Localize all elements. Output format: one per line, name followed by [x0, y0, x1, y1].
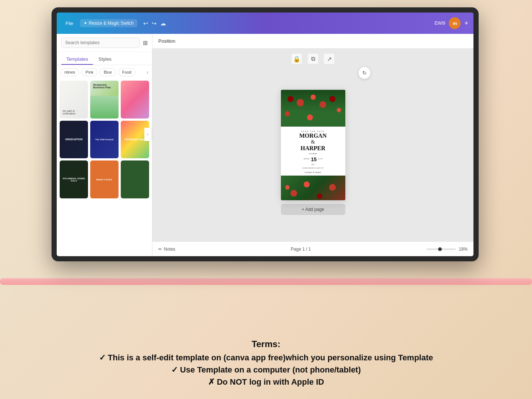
refresh-button[interactable]: ↻: [359, 67, 370, 79]
magic-wand-icon: ✦: [84, 21, 87, 26]
add-page-button[interactable]: + Add page: [281, 204, 345, 215]
page-indicator: Page 1 / 1: [291, 247, 311, 252]
canvas-main[interactable]: 🔒 ⧉ ↗: [152, 49, 473, 241]
tabs-row: Templates Styles: [57, 52, 152, 65]
cloud-icon[interactable]: ☁: [160, 20, 166, 27]
chip-valentines[interactable]: ntines: [60, 68, 79, 76]
ampersand-symbol: &: [299, 139, 327, 145]
terms-title: Terms:: [64, 339, 469, 349]
notes-button[interactable]: ✏ Notes: [158, 247, 175, 252]
card-signature: morgan & harper: [299, 171, 327, 173]
collapse-panel-button[interactable]: ‹: [144, 128, 151, 141]
left-panel: ⊞ Templates Styles ntines Pink Blue Food…: [57, 34, 152, 256]
topbar-right: EWI9 m +: [434, 17, 468, 29]
chip-food[interactable]: Food: [118, 68, 135, 76]
template-card[interactable]: the path to minimalism: [60, 81, 88, 119]
bottom-bar: ✏ Notes Page 1 / 1 18%: [152, 241, 473, 256]
main-area: ⊞ Templates Styles ntines Pink Blue Food…: [57, 34, 473, 256]
laptop-screen: File ✦ Resize & Magic Switch ↩ ↪ ☁ EWI9 …: [57, 13, 473, 256]
tab-templates[interactable]: Templates: [61, 53, 93, 65]
name2: HARPER: [299, 145, 327, 152]
zoom-controls: 18%: [426, 247, 468, 252]
lock-icon[interactable]: 🔒: [292, 54, 302, 64]
search-bar: ⊞: [57, 34, 152, 52]
template-text: Restaurant Business Plan: [93, 84, 116, 89]
template-text: the path to minimalism: [63, 110, 88, 115]
template-card[interactable]: [121, 81, 149, 119]
user-avatar[interactable]: m: [449, 17, 461, 29]
pink-bar: [0, 278, 532, 285]
notes-icon: ✏: [158, 247, 162, 252]
zoom-level: 18%: [459, 247, 468, 252]
card-month: NOVEMBER SATURDAY 15 AT 5 PM 2025 123 AN…: [299, 153, 327, 170]
laptop-frame: File ✦ Resize & Magic Switch ↩ ↪ ☁ EWI9 …: [52, 7, 479, 261]
topbar: File ✦ Resize & Magic Switch ↩ ↪ ☁ EWI9 …: [57, 13, 473, 34]
terms-item-2: ✓ Use Template on a computer (not phone/…: [64, 364, 469, 376]
undo-icon[interactable]: ↩: [143, 20, 148, 27]
template-card[interactable]: Restaurant Business Plan: [90, 81, 119, 119]
file-menu[interactable]: File: [62, 19, 77, 28]
add-button[interactable]: +: [464, 20, 468, 27]
topbar-icons: ↩ ↪ ☁: [143, 20, 166, 27]
template-text: GRADUATION: [60, 121, 88, 159]
template-card[interactable]: 5TH ANNUAL GIVING GALA: [60, 160, 88, 198]
redo-icon[interactable]: ↪: [152, 20, 156, 27]
canvas-area: Position 🔒 ⧉ ↗: [152, 34, 473, 256]
template-grid: the path to minimalism Restaurant Busine…: [57, 79, 152, 256]
template-text: 5TH ANNUAL GIVING GALA: [60, 160, 88, 198]
terms-item-1: ✓ This is a self-edit template on (canva…: [64, 352, 469, 364]
chip-pink[interactable]: Pink: [81, 68, 97, 76]
terms-item-3: ✗ Do NOT log in with Apple ID: [64, 376, 469, 388]
zoom-thumb: [438, 247, 442, 251]
template-card[interactable]: GRADUATION: [60, 121, 88, 159]
terms-section: Terms: ✓ This is a self-edit template on…: [64, 339, 469, 388]
canvas-icons-row: 🔒 ⧉ ↗: [292, 54, 334, 64]
roses-top-decoration: [281, 90, 345, 127]
card-text-area: SAVE THE DATE MORGAN & HARPER NOVEMBER S…: [296, 127, 331, 176]
template-card[interactable]: [121, 160, 149, 198]
template-card[interactable]: MAKE IT EASY.: [90, 160, 119, 198]
roses-bottom-decoration: [281, 176, 345, 200]
duplicate-icon[interactable]: ⧉: [308, 54, 318, 64]
magic-switch-button[interactable]: ✦ Resize & Magic Switch: [80, 19, 137, 27]
search-input[interactable]: [61, 38, 140, 48]
chip-blue[interactable]: Blue: [100, 68, 116, 76]
position-label: Position: [158, 38, 175, 44]
tab-styles[interactable]: Styles: [93, 53, 116, 65]
template-text: The Chili Festival: [90, 121, 119, 159]
chips-next-icon[interactable]: ›: [147, 69, 148, 75]
chips-row: ntines Pink Blue Food ›: [57, 65, 152, 79]
wedding-card: SAVE THE DATE MORGAN & HARPER NOVEMBER S…: [281, 90, 345, 200]
name1: MORGAN: [299, 133, 327, 139]
project-name: EWI9: [434, 21, 445, 26]
template-text: MAKE IT EASY.: [90, 160, 119, 198]
filter-icon[interactable]: ⊞: [143, 39, 148, 46]
position-bar: Position: [152, 34, 473, 49]
zoom-slider[interactable]: [426, 248, 456, 250]
share-icon[interactable]: ↗: [324, 54, 334, 64]
template-card[interactable]: The Chili Festival: [90, 121, 119, 159]
wedding-card-inner: SAVE THE DATE MORGAN & HARPER NOVEMBER S…: [281, 90, 345, 200]
